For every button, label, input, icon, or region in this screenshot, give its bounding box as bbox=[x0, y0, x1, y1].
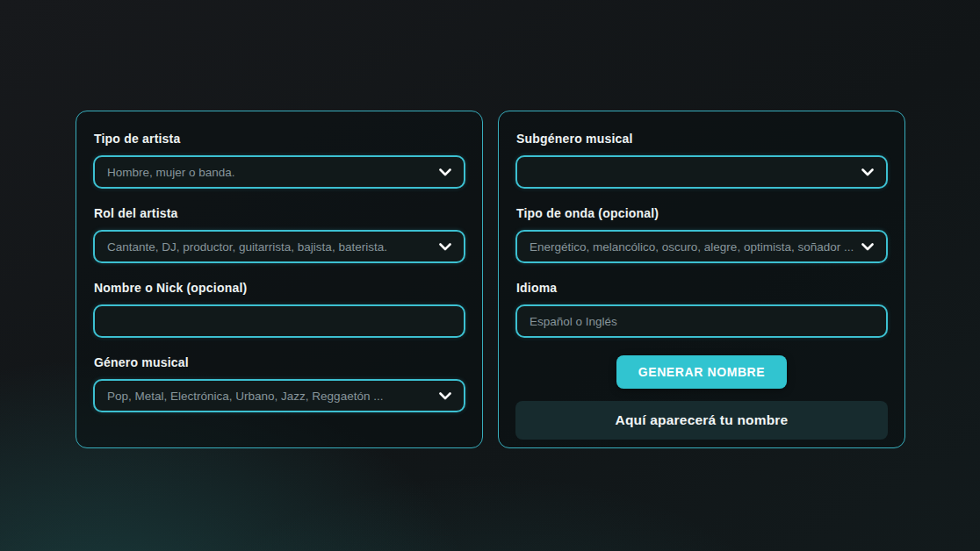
select-placeholder: Energético, melancólico, oscuro, alegre,… bbox=[530, 240, 854, 254]
field-label-tipo-de-onda: Tipo de onda (opcional) bbox=[516, 206, 888, 220]
select-placeholder: Cantante, DJ, productor, guitarrista, ba… bbox=[107, 240, 387, 254]
page-background: Tipo de artista Hombre, mujer o banda. R… bbox=[0, 0, 980, 551]
subgenero-musical-select[interactable] bbox=[515, 155, 888, 189]
field-label-subgenero-musical: Subgénero musical bbox=[516, 132, 888, 146]
field-group-subgenero-musical: Subgénero musical bbox=[515, 132, 888, 189]
field-group-tipo-de-onda: Tipo de onda (opcional) Energético, mela… bbox=[515, 206, 888, 263]
chevron-down-icon bbox=[439, 392, 451, 400]
field-label-rol-del-artista: Rol del artista bbox=[94, 206, 465, 220]
field-label-idioma: Idioma bbox=[516, 281, 888, 295]
chevron-down-icon bbox=[861, 168, 874, 176]
field-label-genero-musical: Género musical bbox=[94, 355, 465, 369]
tipo-de-onda-select[interactable]: Energético, melancólico, oscuro, alegre,… bbox=[515, 230, 888, 263]
generated-name-result-box: Aquí aparecerá tu nombre bbox=[515, 401, 888, 440]
chevron-down-icon bbox=[861, 243, 874, 251]
field-label-tipo-de-artista: Tipo de artista bbox=[94, 132, 465, 146]
select-placeholder: Pop, Metal, Electrónica, Urbano, Jazz, R… bbox=[107, 390, 383, 403]
select-placeholder: Hombre, mujer o banda. bbox=[107, 166, 235, 179]
generated-name-placeholder-text: Aquí aparecerá tu nombre bbox=[616, 412, 789, 428]
field-group-genero-musical: Género musical Pop, Metal, Electrónica, … bbox=[93, 355, 465, 412]
form-panel-right: Subgénero musical Tipo de onda (opcional… bbox=[498, 111, 905, 448]
tipo-de-artista-select[interactable]: Hombre, mujer o banda. bbox=[93, 155, 465, 189]
idioma-input[interactable] bbox=[515, 304, 888, 338]
form-panel-left: Tipo de artista Hombre, mujer o banda. R… bbox=[76, 111, 483, 448]
field-label-nombre-nick: Nombre o Nick (opcional) bbox=[94, 281, 465, 295]
generar-nombre-button[interactable]: GENERAR NOMBRE bbox=[616, 355, 788, 389]
field-group-tipo-de-artista: Tipo de artista Hombre, mujer o banda. bbox=[93, 132, 465, 189]
field-group-idioma: Idioma bbox=[515, 281, 888, 338]
rol-del-artista-select[interactable]: Cantante, DJ, productor, guitarrista, ba… bbox=[93, 230, 465, 263]
generate-button-row: GENERAR NOMBRE bbox=[515, 355, 888, 389]
field-group-rol-del-artista: Rol del artista Cantante, DJ, productor,… bbox=[93, 206, 465, 263]
chevron-down-icon bbox=[439, 243, 451, 251]
genero-musical-select[interactable]: Pop, Metal, Electrónica, Urbano, Jazz, R… bbox=[93, 379, 465, 412]
chevron-down-icon bbox=[439, 168, 451, 176]
nombre-nick-input[interactable] bbox=[93, 304, 465, 338]
field-group-nombre-nick: Nombre o Nick (opcional) bbox=[93, 281, 465, 338]
